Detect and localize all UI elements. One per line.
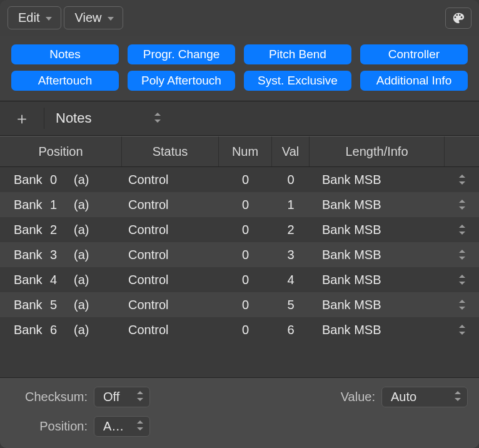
cell-position[interactable]: Bank3(a) xyxy=(0,248,122,262)
pos-bank: Bank xyxy=(14,198,50,212)
updown-icon xyxy=(455,390,461,404)
table-row[interactable]: Bank5(a)Control05Bank MSB xyxy=(0,292,479,317)
footer: Checksum: Off Value: Auto Position: A… xyxy=(0,377,479,448)
col-position[interactable]: Position xyxy=(0,136,122,166)
cell-info[interactable]: Bank MSB xyxy=(310,198,445,212)
table-row[interactable]: Bank4(a)Control04Bank MSB xyxy=(0,267,479,292)
filter-row-2: Aftertouch Poly Aftertouch Syst. Exclusi… xyxy=(11,71,468,91)
table-row[interactable]: Bank2(a)Control02Bank MSB xyxy=(0,217,479,242)
cell-status[interactable]: Control xyxy=(122,248,219,262)
cell-info[interactable]: Bank MSB xyxy=(310,323,445,337)
col-length[interactable]: Length/Info xyxy=(310,136,445,166)
col-val[interactable]: Val xyxy=(272,136,310,166)
event-list-panel: Edit View Notes Progr. Change Pitch Bend… xyxy=(0,0,479,448)
cell-status[interactable]: Control xyxy=(122,298,219,312)
updown-icon xyxy=(459,250,465,260)
filter-additional-info[interactable]: Additional Info xyxy=(360,71,468,91)
filter-row-1: Notes Progr. Change Pitch Bend Controlle… xyxy=(11,44,468,64)
filter-program-change[interactable]: Progr. Change xyxy=(128,44,235,64)
view-menu[interactable]: View xyxy=(64,6,123,29)
updown-icon xyxy=(459,325,465,335)
colors-button[interactable] xyxy=(445,8,471,29)
cell-num[interactable]: 0 xyxy=(219,198,272,212)
cell-val[interactable]: 4 xyxy=(272,273,310,287)
pos-bank: Bank xyxy=(14,173,50,187)
cell-val[interactable]: 5 xyxy=(272,298,310,312)
pos-index: 1 xyxy=(50,198,74,212)
position-select[interactable]: A… xyxy=(94,416,150,437)
cell-status[interactable]: Control xyxy=(122,198,219,212)
table-header: Position Status Num Val Length/Info xyxy=(0,136,479,167)
checksum-label: Checksum: xyxy=(11,390,88,404)
value-select[interactable]: Auto xyxy=(381,387,468,407)
cell-num[interactable]: 0 xyxy=(219,323,272,337)
table-row[interactable]: Bank0(a)Control00Bank MSB xyxy=(0,167,479,192)
row-stepper[interactable] xyxy=(445,175,479,185)
add-event-button[interactable]: ＋ xyxy=(0,105,44,131)
event-type-select[interactable]: Notes xyxy=(44,105,169,131)
pos-index: 2 xyxy=(50,223,74,237)
row-stepper[interactable] xyxy=(445,200,479,210)
cell-info[interactable]: Bank MSB xyxy=(310,173,445,187)
chevron-down-icon xyxy=(108,14,114,23)
row-stepper[interactable] xyxy=(445,250,479,260)
col-num[interactable]: Num xyxy=(219,136,272,166)
cell-val[interactable]: 2 xyxy=(272,223,310,237)
cell-val[interactable]: 6 xyxy=(272,323,310,337)
cell-info[interactable]: Bank MSB xyxy=(310,298,445,312)
table-row[interactable]: Bank6(a)Control06Bank MSB xyxy=(0,317,479,342)
edit-menu[interactable]: Edit xyxy=(8,6,61,29)
pos-bank: Bank xyxy=(14,248,50,262)
filter-sysex[interactable]: Syst. Exclusive xyxy=(244,71,351,91)
col-status[interactable]: Status xyxy=(122,136,219,166)
checksum-select[interactable]: Off xyxy=(94,387,150,407)
cell-val[interactable]: 1 xyxy=(272,198,310,212)
cell-status[interactable]: Control xyxy=(122,273,219,287)
cell-val[interactable]: 0 xyxy=(272,173,310,187)
cell-status[interactable]: Control xyxy=(122,173,219,187)
cell-position[interactable]: Bank6(a) xyxy=(0,323,122,337)
cell-position[interactable]: Bank0(a) xyxy=(0,173,122,187)
filter-controller[interactable]: Controller xyxy=(360,44,468,64)
value-value: Auto xyxy=(391,390,416,404)
cell-num[interactable]: 0 xyxy=(219,248,272,262)
position-label: Position: xyxy=(11,419,88,434)
updown-icon xyxy=(459,300,465,310)
add-bar: ＋ Notes xyxy=(0,101,479,136)
filter-pills: Notes Progr. Change Pitch Bend Controlle… xyxy=(0,36,479,101)
row-stepper[interactable] xyxy=(445,325,479,335)
filter-poly-aftertouch[interactable]: Poly Aftertouch xyxy=(128,71,235,91)
pos-subdiv: (a) xyxy=(74,273,99,287)
col-spacer xyxy=(445,136,479,166)
checksum-value: Off xyxy=(103,390,119,404)
cell-position[interactable]: Bank4(a) xyxy=(0,273,122,287)
cell-val[interactable]: 3 xyxy=(272,248,310,262)
cell-num[interactable]: 0 xyxy=(219,173,272,187)
table-body: Bank0(a)Control00Bank MSBBank1(a)Control… xyxy=(0,167,479,342)
row-stepper[interactable] xyxy=(445,275,479,285)
cell-info[interactable]: Bank MSB xyxy=(310,248,445,262)
row-stepper[interactable] xyxy=(445,300,479,310)
cell-info[interactable]: Bank MSB xyxy=(310,223,445,237)
table-row[interactable]: Bank1(a)Control01Bank MSB xyxy=(0,192,479,217)
cell-info[interactable]: Bank MSB xyxy=(310,273,445,287)
filter-notes[interactable]: Notes xyxy=(11,44,119,64)
cell-position[interactable]: Bank5(a) xyxy=(0,298,122,312)
cell-position[interactable]: Bank2(a) xyxy=(0,223,122,237)
filter-pitch-bend[interactable]: Pitch Bend xyxy=(244,44,351,64)
filter-aftertouch[interactable]: Aftertouch xyxy=(11,71,119,91)
cell-num[interactable]: 0 xyxy=(219,223,272,237)
cell-status[interactable]: Control xyxy=(122,223,219,237)
cell-status[interactable]: Control xyxy=(122,323,219,337)
row-stepper[interactable] xyxy=(445,225,479,235)
cell-position[interactable]: Bank1(a) xyxy=(0,198,122,212)
cell-num[interactable]: 0 xyxy=(219,273,272,287)
updown-icon xyxy=(459,200,465,210)
pos-subdiv: (a) xyxy=(74,173,99,187)
toolbar: Edit View xyxy=(0,0,479,36)
pos-index: 3 xyxy=(50,248,74,262)
table-row[interactable]: Bank3(a)Control03Bank MSB xyxy=(0,242,479,267)
plus-icon: ＋ xyxy=(14,108,30,130)
cell-num[interactable]: 0 xyxy=(219,298,272,312)
pos-subdiv: (a) xyxy=(74,298,99,312)
